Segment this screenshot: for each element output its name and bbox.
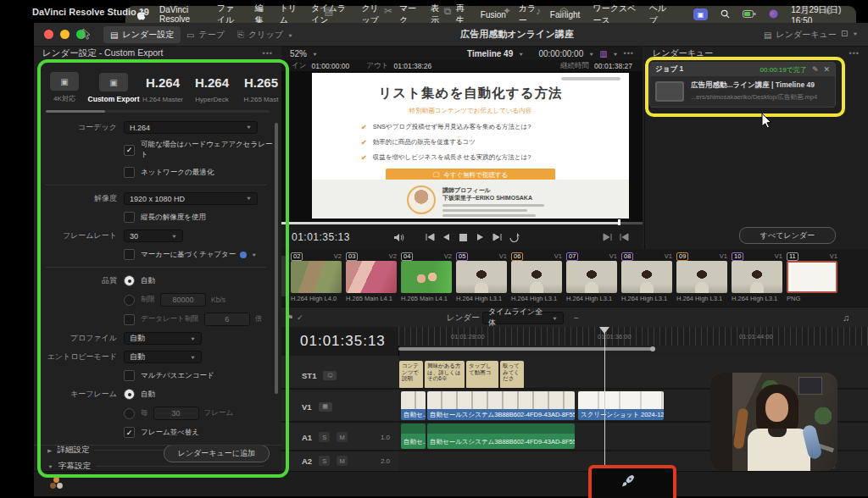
clip-thumbnail[interactable] xyxy=(401,261,452,293)
clip-thumbnail[interactable] xyxy=(566,261,617,293)
clip-thumbnail[interactable] xyxy=(511,261,562,293)
edit-job-icon[interactable]: ✎ xyxy=(812,65,819,74)
reorder-checkbox[interactable]: ✓ xyxy=(124,427,135,438)
network-opt-checkbox[interactable] xyxy=(124,167,135,178)
multipass-checkbox[interactable] xyxy=(124,370,135,381)
timeline-playhead[interactable] xyxy=(604,333,605,470)
go-to-start-button[interactable] xyxy=(421,230,438,244)
zoom-out-icon[interactable]: − xyxy=(574,313,579,323)
add-to-render-queue-button[interactable]: レンダーキューに追加 xyxy=(164,445,270,462)
chapters-checkbox[interactable] xyxy=(124,249,135,260)
media-page-icon[interactable]: ▤ xyxy=(320,5,337,17)
pointer-tool-icon[interactable] xyxy=(81,28,92,42)
mute-button[interactable]: M xyxy=(337,432,348,442)
clip-thumbnail[interactable] xyxy=(291,261,342,293)
datarate-checkbox[interactable] xyxy=(124,314,135,325)
hw-accel-checkbox[interactable]: ✓ xyxy=(124,145,135,156)
match-frame-next-icon[interactable] xyxy=(598,230,615,244)
solo-button[interactable]: S xyxy=(319,432,330,442)
search-icon[interactable] xyxy=(721,9,730,20)
battery-icon[interactable] xyxy=(743,10,756,19)
fairlight-page-icon[interactable]: ♪ xyxy=(530,5,547,17)
video-clip[interactable]: 自動セ... xyxy=(401,391,426,420)
mute-button[interactable]: M xyxy=(337,456,348,466)
timeline-select[interactable]: Timeline 49 xyxy=(467,49,513,58)
subtitle-track-icon[interactable]: 🗨 xyxy=(323,371,337,380)
minimize-window-button[interactable] xyxy=(60,30,70,39)
media-clip[interactable]: 02 V2 H.264 High L4.0 xyxy=(291,252,342,302)
close-window-button[interactable] xyxy=(44,30,53,39)
render-scope-select[interactable]: タイムライン全体▼ xyxy=(482,312,564,324)
edit-page-icon[interactable]: ⧉ xyxy=(439,5,456,17)
clip-thumbnail[interactable] xyxy=(676,261,727,293)
playhead-timecode[interactable]: 01:01:35:13 xyxy=(292,231,350,243)
viewer-scrubbar[interactable] xyxy=(281,222,643,224)
profile-select[interactable]: 自動▼ xyxy=(124,332,202,345)
entropy-select[interactable]: 自動▼ xyxy=(124,351,202,363)
video-track-label[interactable]: V1 xyxy=(302,402,312,412)
subtitle-track-label[interactable]: ST1 xyxy=(302,371,316,380)
media-clip[interactable]: 04 V2 H.265 Main L4.1 xyxy=(401,252,452,302)
speaker-icon[interactable] xyxy=(391,230,408,244)
screen-mirroring-icon[interactable]: ▣ xyxy=(693,8,708,20)
codec-select[interactable]: H.264▼ xyxy=(124,121,258,134)
cut-page-icon[interactable]: ✂ xyxy=(380,5,397,17)
subtitle-clip[interactable]: コンテンツで説明 xyxy=(399,361,423,389)
render-preset[interactable]: ▣ 4K対応 xyxy=(46,72,83,103)
media-clip[interactable]: 11 V1 PNG xyxy=(787,252,837,302)
media-clip[interactable]: 07 V1 H.264 High L3.1 xyxy=(566,252,617,302)
preset-scrollbar[interactable] xyxy=(46,110,270,113)
home-icon[interactable]: ⌂ xyxy=(797,5,814,17)
quality-limit-input[interactable]: 80000 xyxy=(160,293,206,307)
render-job-card[interactable]: ジョブ 1 00:00:19で完了 ✎ ✕ 広告用感動...ライン講座 | Ti… xyxy=(649,62,836,108)
step-back-button[interactable] xyxy=(438,230,455,244)
keyframe-every-radio[interactable] xyxy=(124,408,135,419)
close-job-icon[interactable]: ✕ xyxy=(823,65,830,74)
vertical-res-checkbox[interactable] xyxy=(124,212,135,223)
clip-thumbnail[interactable] xyxy=(621,261,672,293)
timeline-zoom-scrollbar[interactable] xyxy=(398,347,653,351)
check-icon[interactable]: ✓ xyxy=(297,313,303,322)
video-clip[interactable]: 自動セールスシステム3B88B602-4FD9-43AD-8F55-19... xyxy=(427,391,575,420)
resolution-select[interactable]: 1920 x 1080 HD▼ xyxy=(124,192,258,205)
fusion-page-icon[interactable]: ✦ xyxy=(498,5,515,17)
video-clip[interactable]: スクリーンショット 2024-12-... xyxy=(578,391,664,420)
audio-track-2-label[interactable]: A2 xyxy=(302,456,312,466)
media-clip[interactable]: 05 V1 H.264 High L3.1 xyxy=(456,252,507,302)
timeline-options-icon[interactable]: ⚑ xyxy=(287,313,293,322)
media-clip[interactable]: 06 V1 H.264 High L3.1 xyxy=(511,252,562,302)
render-all-button[interactable]: すべてレンダー xyxy=(739,227,836,244)
subtitle-clip[interactable]: 取ってみてくださ xyxy=(500,361,524,389)
viewer-timecode[interactable]: 00:00:00:00 xyxy=(538,49,583,58)
audio-clip[interactable]: 自動セールスシステム3B88B602-4FD9-43AD-8F55-19... xyxy=(427,423,575,449)
audio-track-1-label[interactable]: A1 xyxy=(302,433,312,442)
go-to-end-button[interactable] xyxy=(489,230,506,244)
render-preset[interactable]: ▣ Custom Export xyxy=(95,73,132,103)
deliver-page-icon[interactable] xyxy=(622,474,634,489)
panel-toggle-button[interactable]: ⊡ ▼ xyxy=(834,26,865,41)
audio-clip[interactable]: 自動セ... xyxy=(401,423,426,449)
loop-button[interactable] xyxy=(506,230,523,244)
viewer-zoom-select[interactable]: 52% xyxy=(290,49,307,58)
settings-gear-icon[interactable]: ⚙ xyxy=(821,5,837,17)
solo-button[interactable]: S xyxy=(319,456,330,466)
siri-icon[interactable] xyxy=(769,9,778,20)
timeline-ruler[interactable]: 01:01:28:00 01:01:36:00 01:01:44:00 xyxy=(398,327,868,346)
datarate-input[interactable]: 6 xyxy=(204,313,250,326)
panel-more-icon[interactable]: ••• xyxy=(263,49,273,58)
clip-thumbnail[interactable] xyxy=(456,261,507,293)
render-preset[interactable]: H.264 ▣ HyperDeck xyxy=(193,74,231,103)
chapter-color-dot[interactable] xyxy=(240,252,247,258)
match-frame-prev-icon[interactable] xyxy=(615,230,632,244)
menubar-item[interactable]: DaVinci Resolve xyxy=(159,5,204,24)
quality-auto-radio[interactable] xyxy=(124,275,135,286)
render-queue-button[interactable]: ▤ レンダーキュー xyxy=(757,26,843,43)
framerate-select[interactable]: 30▼ xyxy=(124,230,183,242)
media-clip[interactable]: 10 V1 H.264 High L3.1 xyxy=(732,252,782,302)
queue-more-icon[interactable]: ••• xyxy=(849,49,860,58)
color-page-icon[interactable]: ◎ xyxy=(555,5,572,17)
clip-partial[interactable] xyxy=(281,256,289,296)
media-clip[interactable]: 09 V1 H.264 High L3.1 xyxy=(676,252,727,302)
audio-waveform-icon[interactable]: ♫ xyxy=(843,313,849,323)
stop-button[interactable] xyxy=(455,230,472,244)
